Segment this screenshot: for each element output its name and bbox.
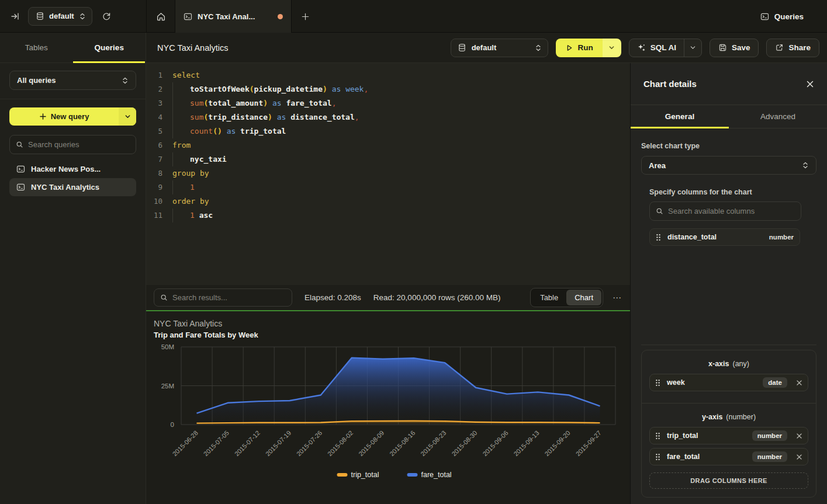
drag-handle-icon[interactable] [655, 432, 660, 440]
column-type-badge: date [763, 377, 787, 388]
code-line[interactable]: 3sum(total_amount) as fare_total, [146, 96, 630, 110]
query-search-input[interactable] [28, 140, 131, 149]
column-row-trip_total[interactable]: trip_totalnumber [649, 427, 808, 444]
toolbar-database-value: default [472, 43, 530, 52]
svg-text:2015-07-05: 2015-07-05 [202, 429, 230, 457]
database-icon [36, 12, 44, 20]
svg-text:2015-09-20: 2015-09-20 [544, 429, 572, 457]
results-search-input[interactable] [172, 293, 286, 302]
home-tab[interactable] [147, 0, 175, 33]
new-query-label: New query [51, 112, 89, 121]
code-line[interactable]: 1select [146, 68, 630, 82]
close-icon[interactable] [806, 80, 814, 88]
line-number: 10 [146, 194, 162, 208]
chart-details-title: Chart details [643, 79, 806, 89]
code-line[interactable]: 111 asc [146, 208, 630, 223]
svg-text:2015-09-06: 2015-09-06 [481, 429, 509, 457]
query-title: NYC Taxi Analytics [157, 43, 228, 53]
code-line[interactable]: 91 [146, 180, 630, 194]
tab-queries[interactable]: Queries [73, 33, 146, 62]
column-type-badge: number [752, 430, 787, 441]
line-number: 3 [146, 96, 162, 110]
read-stat: Read: 20,000,000 rows (260.00 MB) [373, 293, 501, 302]
line-number: 5 [146, 124, 162, 138]
topbar-database-selector[interactable]: default [28, 7, 92, 26]
queries-link[interactable]: Queries [760, 0, 804, 33]
svg-text:fare_total: fare_total [421, 471, 452, 479]
sql-editor[interactable]: 1select2toStartOfWeek(pickup_datetime) a… [146, 63, 630, 285]
elapsed-stat: Elapsed: 0.208s [304, 293, 361, 302]
query-tab[interactable]: NYC Taxi Anal... [175, 0, 292, 33]
sql-console-window: default NYC Taxi Anal... [0, 0, 827, 504]
new-query-dropdown[interactable] [119, 107, 136, 126]
tab-tables[interactable]: Tables [0, 33, 73, 62]
svg-text:0: 0 [171, 421, 174, 428]
sql-ai-button[interactable]: SQL AI [629, 39, 702, 57]
column-name: fare_total [667, 453, 746, 461]
code-line[interactable]: 5count() as trip_total [146, 124, 630, 138]
svg-text:25M: 25M [161, 383, 174, 390]
code-line[interactable]: 10order by [146, 194, 630, 208]
drag-columns-dropzone[interactable]: DRAG COLUMNS HERE [649, 472, 808, 489]
line-number: 8 [146, 166, 162, 180]
save-label: Save [732, 43, 750, 52]
new-tab-button[interactable] [292, 0, 319, 33]
database-icon [458, 43, 466, 52]
svg-text:2015-08-23: 2015-08-23 [419, 429, 447, 457]
column-type-badge: number [769, 234, 794, 241]
new-query-button[interactable]: New query [9, 107, 136, 126]
chevron-updown-icon [535, 44, 542, 52]
code-line[interactable]: 2toStartOfWeek(pickup_datetime) as week, [146, 82, 630, 96]
sidebar: Tables Queries All queries New query [0, 33, 146, 504]
sql-ai-dropdown[interactable] [684, 39, 701, 57]
query-tab-title: NYC Taxi Anal... [198, 12, 272, 21]
view-toggle-table[interactable]: Table [532, 290, 566, 305]
column-row-distance_total[interactable]: distance_totalnumber [649, 228, 800, 246]
x-axis-title: x-axis [708, 360, 729, 368]
svg-text:2015-06-28: 2015-06-28 [171, 429, 199, 457]
columns-search-input[interactable] [668, 207, 795, 215]
remove-column-icon[interactable] [796, 433, 802, 439]
view-toggle: Table Chart [530, 288, 603, 307]
x-axis-section: x-axis(any) weekdate [642, 350, 816, 403]
remove-column-icon[interactable] [796, 380, 802, 386]
toolbar-database-selector[interactable]: default [451, 39, 548, 57]
share-button[interactable]: Share [766, 39, 819, 57]
refresh-icon[interactable] [102, 12, 111, 21]
more-options-icon[interactable]: ⋯ [613, 293, 622, 303]
x-axis-hint: (any) [732, 360, 749, 368]
run-button[interactable]: Run [556, 39, 621, 57]
column-row-fare_total[interactable]: fare_totalnumber [649, 448, 808, 465]
chart-subtitle: Trip and Fare Totals by Week [154, 331, 258, 339]
saved-query-item[interactable]: NYC Taxi Analytics [9, 178, 136, 196]
drag-handle-icon[interactable] [655, 453, 660, 461]
tab-general[interactable]: General [631, 105, 729, 128]
run-label: Run [578, 43, 593, 52]
axes-divider [641, 345, 816, 345]
terminal-icon [16, 165, 25, 173]
tab-advanced[interactable]: Advanced [729, 105, 827, 128]
y-axis-section: y-axis(number) trip_totalnumberfare_tota… [642, 403, 816, 497]
saved-query-item[interactable]: Hacker News Pos... [9, 160, 136, 178]
chart-type-select[interactable]: Area [641, 156, 816, 175]
run-dropdown[interactable] [603, 39, 621, 57]
svg-text:2015-08-16: 2015-08-16 [388, 429, 416, 457]
chart-details-header: Chart details [631, 63, 827, 105]
column-name: week [667, 378, 756, 387]
drag-handle-icon[interactable] [656, 234, 661, 241]
chart-panel: NYC Taxi Analytics Trip and Fare Totals … [146, 311, 630, 504]
code-line[interactable]: 6from [146, 138, 630, 152]
drag-handle-icon[interactable] [655, 379, 660, 387]
view-toggle-chart[interactable]: Chart [566, 290, 601, 305]
line-number: 2 [146, 82, 162, 96]
area-chart[interactable]: 025M50M2015-06-282015-07-052015-07-12201… [146, 340, 630, 504]
column-row-week[interactable]: weekdate [649, 374, 808, 391]
code-line[interactable]: 4sum(trip_distance) as distance_total, [146, 110, 630, 124]
code-line[interactable]: 8group by [146, 166, 630, 180]
remove-column-icon[interactable] [796, 454, 802, 460]
collapse-sidebar-icon[interactable] [11, 12, 20, 21]
topbar-database-value: default [49, 12, 74, 20]
query-filter-select[interactable]: All queries [9, 71, 136, 90]
code-line[interactable]: 7nyc_taxi [146, 152, 630, 166]
save-button[interactable]: Save [710, 39, 759, 57]
